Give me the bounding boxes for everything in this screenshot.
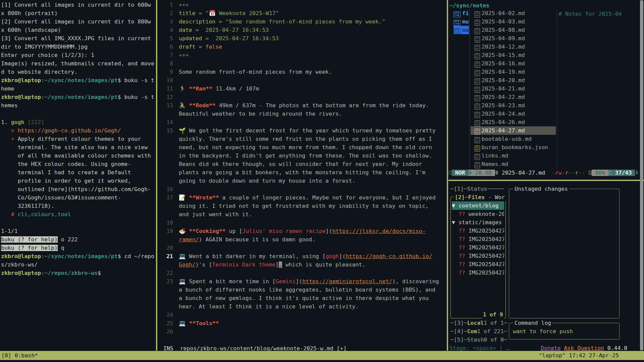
line-number: 17 (158, 193, 173, 202)
file-item[interactable]: F48A2025-04-24.md (471, 110, 556, 118)
terminal-scrollbar[interactable] (640, 0, 643, 351)
donate-link[interactable]: Donate (541, 345, 561, 351)
file-item[interactable]: F48A2025-04-27.md (471, 126, 556, 135)
file-item[interactable]: F48A2025-04-19.md (471, 68, 556, 76)
parent-dir-item[interactable]: 0F024Bfi (453, 9, 469, 17)
terminal-line: # cli,colours,tool (1, 210, 155, 219)
git-status-untracked: ?? (459, 253, 469, 259)
git-tree-file[interactable]: ?? IMG202504271 (452, 243, 504, 252)
git-tab-commits[interactable]: ─[4]─Com1 of 221─ (450, 327, 507, 336)
file-item[interactable]: F48A2025-04-12.md (471, 43, 556, 51)
terminal-line: zkbro@laptop:~/sync/notes/images/pt$ cd … (1, 252, 155, 260)
file-item[interactable]: E60Bburan_bookmarks.json (471, 143, 556, 152)
line-number (158, 235, 173, 244)
line-number: 18 (158, 219, 173, 227)
pane-divider-right[interactable] (447, 0, 448, 351)
tmux-window-label[interactable]: [0] 0:bash* (1, 351, 38, 360)
git-tree-file[interactable]: ?? IMG202504271 (452, 260, 504, 268)
line-number: 1 (158, 1, 173, 9)
editor-row: 24 (158, 311, 446, 319)
url-link[interactable]: ramen/ (179, 236, 199, 243)
file-item[interactable]: F48A2025-04-15.md (471, 51, 556, 59)
file-item[interactable]: F48Abootable-usb.md (471, 135, 556, 143)
line-number: 11 (158, 84, 173, 93)
left-terminal-pane[interactable]: [1] Convert all images in current dir to… (1, 1, 155, 277)
file-item[interactable]: F48A2025-04-16.md (471, 59, 556, 68)
file-item[interactable]: F48A2025-04-20.md (471, 76, 556, 84)
file-item[interactable]: F48A2025-04-02.md (471, 9, 556, 17)
editor-row: going to double down and turn my house i… (158, 177, 446, 185)
git-tree-file[interactable]: ?? IMG202504271 (452, 227, 504, 235)
line-number: 12 (158, 93, 173, 101)
line-number (158, 152, 173, 160)
git-tree-file[interactable]: ?? IMG202504271 (452, 235, 504, 243)
file-name: Names.md (482, 161, 508, 167)
git-tree-file[interactable]: ?? IMG202504271 (452, 268, 504, 277)
missing-glyph-icon: F48A (475, 120, 480, 126)
editor-row: Beans did ok there though, so will consi… (158, 160, 446, 168)
git-status-untracked: ?? (459, 261, 469, 267)
git-command-log-entry: want to force push (513, 327, 573, 336)
url-link[interactable]: Gogh/ (179, 261, 196, 268)
missing-glyph-icon: 0F024B (453, 20, 461, 26)
line-number: 14 (158, 118, 173, 126)
url-link[interactable]: https://geminiprotocol.net/ (302, 278, 392, 285)
file-name: bootable-usb.md (482, 136, 532, 142)
file-item[interactable]: F48A2025-04-23.md (471, 101, 556, 110)
git-tree-dir[interactable]: ▼ static/images (452, 218, 504, 227)
editor-pane[interactable]: 1+++2title = "📅 Weeknote 2025-W17"3descr… (158, 1, 446, 336)
file-item[interactable]: F48A2025-04-21.md (471, 84, 556, 93)
terminal-line: dir to IMGYYYYMMDDHHMM.jpg (1, 43, 155, 51)
git-tree-file[interactable]: ?? weeknote-202 (452, 210, 504, 218)
line-number (158, 302, 173, 311)
git-tab-status[interactable]: ─[1]─Status───── (450, 185, 504, 193)
file-item[interactable]: F48A2025-04-09.md (471, 34, 556, 43)
editor-row: 21💻 Went a bit darker in my terminal, us… (158, 252, 446, 260)
line-number: 9 (158, 68, 173, 76)
editor-row: 7+++ (158, 51, 446, 59)
terminal-line: Co/Gogh/issues/63#issuecomment- (1, 193, 155, 202)
line-number: 16 (158, 185, 173, 193)
git-tab-stash[interactable]: ─[5]─Stash0 of 0─ (450, 336, 507, 344)
editor-row: doing it. I tried not to get frustrated … (158, 202, 446, 210)
pane-divider-left[interactable] (156, 0, 157, 351)
file-item[interactable]: F48A2025-04-03.md (471, 17, 556, 26)
parent-dir-item[interactable]: 0F024Bmu (453, 17, 469, 26)
entry-name: content/blog (459, 202, 498, 209)
file-item[interactable]: F48A2025-04-26.md (471, 118, 556, 126)
url-link[interactable]: https://gogh-co.github.io/ (345, 253, 432, 259)
terminal-line: heme (1, 84, 155, 93)
file-item[interactable]: F48ANames.md (471, 160, 556, 168)
editor-row: 12 (158, 93, 446, 101)
missing-glyph-icon: F48A (475, 28, 480, 34)
file-item[interactable]: F48A2025-04-08.md (471, 26, 556, 34)
file-item[interactable]: F48Alinks.md (471, 152, 556, 160)
line-number (158, 260, 173, 269)
editor-row: 14 (158, 118, 446, 126)
git-files-panel-title[interactable]: [2]─Files - Wor (453, 193, 506, 201)
git-tree-file[interactable]: ?? IMG202504271 (452, 252, 504, 260)
line-number: 23 (158, 277, 173, 286)
file-item[interactable]: F48A2025-04-22.md (471, 93, 556, 101)
git-unstaged-panel[interactable] (509, 189, 620, 318)
chevron-down-icon: ▼ (452, 219, 459, 226)
git-status-untracked: ?? (459, 236, 469, 242)
url-link[interactable]: https://jlsksr.de/docs/miso- (332, 228, 426, 234)
terminal-line: zkbro@laptop:~/sync/notes/images/pt$ buk… (1, 93, 155, 101)
parent-dir-item[interactable]: 0F024Bno (453, 26, 469, 34)
editor-row: in the backyard. I didn't get anything f… (158, 152, 446, 160)
line-number: 4 (158, 26, 173, 34)
git-status-untracked: ?? (459, 228, 469, 234)
editor-row: 23💻 Spent a bit more time in [Gemini](ht… (158, 277, 446, 286)
pane-divider-horizontal[interactable] (448, 180, 644, 181)
editor-row: 17📝 **Wrote** a couple of longer pieces.… (158, 193, 446, 202)
git-tree-dir[interactable]: ▼ content/blog (452, 201, 504, 210)
missing-glyph-icon: F48A (475, 11, 480, 17)
line-number (158, 286, 173, 294)
line-number: 5 (158, 34, 173, 43)
terminal-line: the HEX colour codes. Using gnome- (1, 160, 155, 168)
editor-row: plants are going a bit bonkers, with the… (158, 168, 446, 177)
terminal-line: [3] Convert all IMG_XXXX.JPG files in cu… (1, 34, 155, 43)
ask-question-link[interactable]: Ask Question (564, 345, 604, 351)
git-tab-local-branches[interactable]: ─[3]─Local1 of 1─ (450, 319, 507, 327)
